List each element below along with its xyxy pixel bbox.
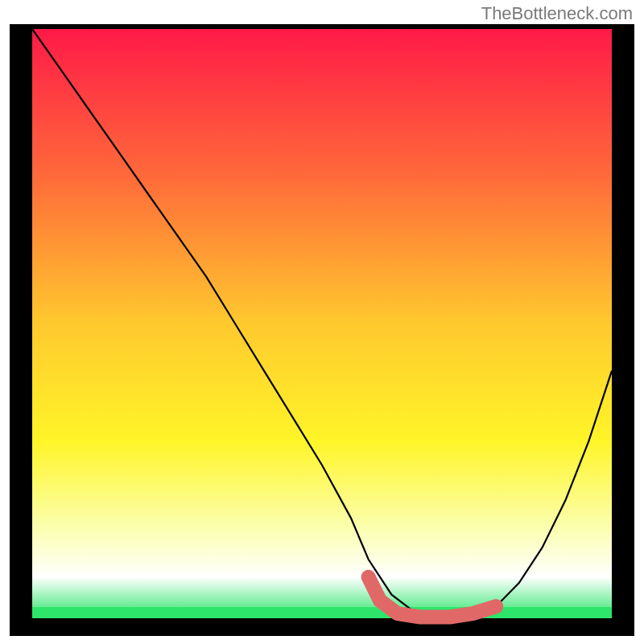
curve-highlight-point: [489, 599, 503, 613]
attribution-label: TheBottleneck.com: [481, 3, 633, 24]
bottleneck-chart: [10, 24, 634, 636]
plot-background: [32, 29, 612, 618]
chart-frame: [10, 24, 634, 636]
bottom-band: [32, 607, 612, 618]
